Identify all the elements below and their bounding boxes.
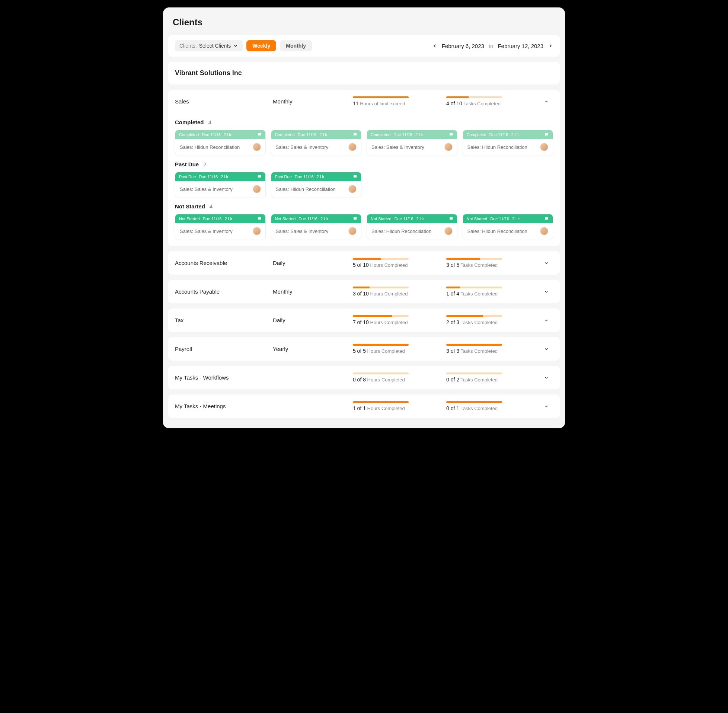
avatar xyxy=(253,227,261,235)
task-title: Sales: Hildun Reconciliation xyxy=(276,186,336,192)
tasks-progress: 2 of 3 Tasks Completed xyxy=(446,315,536,325)
client-name-header: Vibrant Solutions Inc xyxy=(168,62,560,85)
task-card[interactable]: Past DueDue 11/162 Hr Sales: Sales & Inv… xyxy=(175,172,266,197)
comment-icon xyxy=(257,175,262,179)
client-filter-label: Clients: xyxy=(179,43,197,49)
section-row[interactable]: Payroll Yearly 5 of 5 Hours Completed 3 … xyxy=(168,337,560,361)
comment-icon xyxy=(545,216,549,221)
hours-progress: 1 of 1 Hours Completed xyxy=(353,401,443,411)
group-header-completed: Completed 4 xyxy=(175,119,553,125)
section-meetings: My Tasks - Meetings 1 of 1 Hours Complet… xyxy=(168,394,560,418)
section-name: Accounts Payable xyxy=(175,288,269,295)
group-count: 4 xyxy=(209,119,212,125)
section-name: My Tasks - Meetings xyxy=(175,403,269,409)
comment-icon xyxy=(353,175,357,179)
group-title: Completed xyxy=(175,119,204,125)
task-card[interactable]: Not StartedDue 11/162 Hr Sales: Hildun R… xyxy=(367,214,457,239)
task-card-header: Past DueDue 11/162 Hr xyxy=(175,172,266,181)
task-title: Sales: Hildun Reconciliation xyxy=(371,228,431,234)
task-card[interactable]: Not StartedDue 11/162 Hr Sales: Sales & … xyxy=(271,214,362,239)
section-ar: Accounts Receivable Daily 5 of 10 Hours … xyxy=(168,251,560,274)
hours-progress: 3 of 10 Hours Completed xyxy=(353,286,443,297)
expand-button[interactable] xyxy=(540,375,553,380)
section-workflows: My Tasks - Workflows 0 of 8 Hours Comple… xyxy=(168,366,560,389)
hours-progress: 5 of 5 Hours Completed xyxy=(353,344,443,354)
pastdue-cards: Past DueDue 11/162 Hr Sales: Sales & Inv… xyxy=(175,172,553,197)
chevron-down-icon xyxy=(233,43,238,48)
task-card[interactable]: CompletedDue 11/162 Hr Sales: Hildun Rec… xyxy=(462,130,553,155)
expand-button[interactable] xyxy=(540,261,553,266)
collapse-button[interactable] xyxy=(540,99,553,104)
group-title: Not Started xyxy=(175,203,205,209)
comment-icon xyxy=(449,216,454,221)
section-frequency: Monthly xyxy=(273,98,349,104)
hours-progress: 11 Hours of limit exceed xyxy=(353,96,443,106)
comment-icon xyxy=(449,133,454,137)
task-card-header: Not StartedDue 11/162 Hr xyxy=(175,214,266,223)
task-card[interactable]: Not StartedDue 11/162 Hr Sales: Hildun R… xyxy=(462,214,553,239)
date-end: February 12, 2023 xyxy=(498,43,543,49)
main-content: Clients: Select Clients Weekly Monthly F… xyxy=(163,35,565,428)
completed-cards: CompletedDue 11/162 Hr Sales: Hildun Rec… xyxy=(175,130,553,155)
task-title: Sales: Sales & Inventory xyxy=(371,145,424,150)
task-card-header: CompletedDue 11/162 Hr xyxy=(367,130,457,139)
section-payroll: Payroll Yearly 5 of 5 Hours Completed 3 … xyxy=(168,337,560,361)
comment-icon xyxy=(545,133,549,137)
section-name: My Tasks - Workflows xyxy=(175,374,269,381)
client-filter-value: Select Clients xyxy=(199,43,231,49)
task-title: Sales: Sales & Inventory xyxy=(276,145,329,150)
client-select-dropdown[interactable]: Clients: Select Clients xyxy=(175,40,243,51)
prev-week-button[interactable] xyxy=(432,43,437,48)
task-title: Sales: Sales & Inventory xyxy=(276,228,329,234)
task-card-header: Past DueDue 11/162 Hr xyxy=(272,172,361,181)
avatar xyxy=(445,143,453,151)
page-title: Clients xyxy=(163,7,565,35)
section-row[interactable]: My Tasks - Meetings 1 of 1 Hours Complet… xyxy=(168,394,560,418)
group-count: 4 xyxy=(210,203,212,209)
task-title: Sales: Hildun Reconciliation xyxy=(180,145,240,150)
monthly-tab[interactable]: Monthly xyxy=(280,40,312,51)
weekly-tab[interactable]: Weekly xyxy=(246,40,276,51)
avatar xyxy=(253,143,261,151)
tasks-progress: 1 of 4 Tasks Completed xyxy=(446,286,536,297)
section-row[interactable]: Tax Daily 7 of 10 Hours Completed 2 of 3… xyxy=(168,309,560,332)
section-row[interactable]: Accounts Receivable Daily 5 of 10 Hours … xyxy=(168,251,560,274)
expand-button[interactable] xyxy=(540,404,553,409)
section-row[interactable]: My Tasks - Workflows 0 of 8 Hours Comple… xyxy=(168,366,560,389)
section-body: Completed 4 CompletedDue 11/162 Hr Sales… xyxy=(168,119,560,246)
section-sales: Sales Monthly 11 Hours of limit exceed 4… xyxy=(168,89,560,246)
section-frequency: Monthly xyxy=(273,288,349,295)
section-row[interactable]: Accounts Payable Monthly 3 of 10 Hours C… xyxy=(168,280,560,303)
comment-icon xyxy=(353,133,357,137)
task-card-header: Not StartedDue 11/162 Hr xyxy=(463,214,553,223)
group-count: 2 xyxy=(203,161,206,167)
group-header-notstarted: Not Started 4 xyxy=(175,203,553,209)
date-connector: to xyxy=(489,43,494,49)
hours-progress: 7 of 10 Hours Completed xyxy=(353,315,443,325)
task-card[interactable]: Past DueDue 11/162 Hr Sales: Hildun Reco… xyxy=(271,172,362,197)
task-card[interactable]: CompletedDue 11/162 Hr Sales: Sales & In… xyxy=(367,130,457,155)
expand-button[interactable] xyxy=(540,346,553,352)
next-week-button[interactable] xyxy=(548,43,553,48)
section-row[interactable]: Sales Monthly 11 Hours of limit exceed 4… xyxy=(168,89,560,113)
avatar xyxy=(445,227,453,235)
task-card-header: CompletedDue 11/162 Hr xyxy=(175,130,266,139)
task-card[interactable]: Not StartedDue 11/162 Hr Sales: Sales & … xyxy=(175,214,266,239)
comment-icon xyxy=(353,216,357,221)
filter-left: Clients: Select Clients Weekly Monthly xyxy=(175,40,312,51)
task-card[interactable]: CompletedDue 11/162 Hr Sales: Sales & In… xyxy=(271,130,362,155)
section-tax: Tax Daily 7 of 10 Hours Completed 2 of 3… xyxy=(168,309,560,332)
tasks-progress: 4 of 10 Tasks Completed xyxy=(446,96,536,106)
expand-button[interactable] xyxy=(540,289,553,294)
task-card[interactable]: CompletedDue 11/162 Hr Sales: Hildun Rec… xyxy=(175,130,266,155)
tasks-progress: 0 of 1 Tasks Completed xyxy=(446,401,536,411)
section-frequency: Daily xyxy=(273,260,349,266)
hours-progress: 0 of 8 Hours Completed xyxy=(353,373,443,383)
task-card-header: Not StartedDue 11/162 Hr xyxy=(367,214,457,223)
task-title: Sales: Hildun Reconciliation xyxy=(467,228,527,234)
expand-button[interactable] xyxy=(540,318,553,323)
tasks-progress: 3 of 5 Tasks Completed xyxy=(446,258,536,268)
avatar xyxy=(540,227,548,235)
hours-progress: 5 of 10 Hours Completed xyxy=(353,258,443,268)
task-title: Sales: Sales & Inventory xyxy=(180,186,233,192)
